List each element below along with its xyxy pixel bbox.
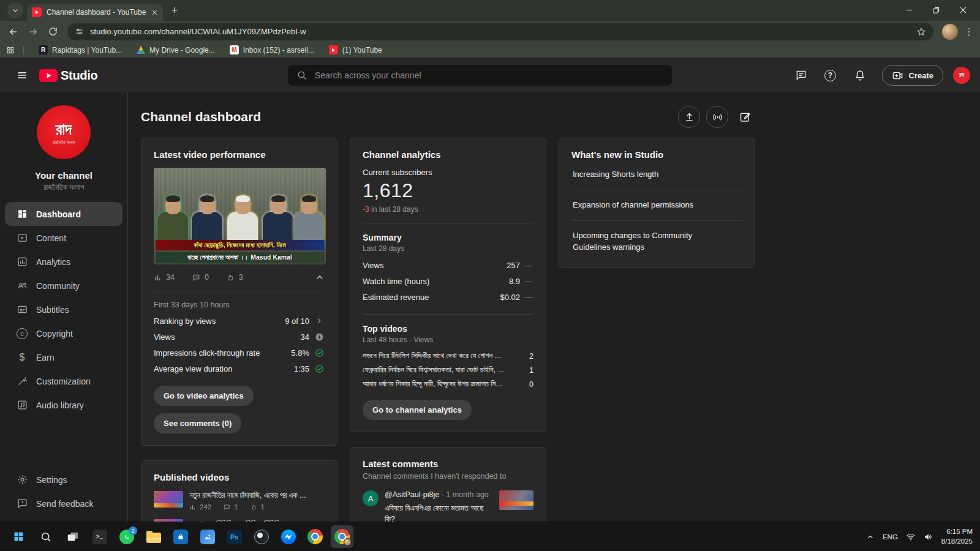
- sidebar-item-copyright[interactable]: c Copyright: [0, 321, 127, 345]
- sidebar-item-subtitles[interactable]: Subtitles: [0, 298, 127, 321]
- address-bar[interactable]: studio.youtube.com/channel/UCWIALuM1JY09…: [67, 23, 933, 40]
- file-explorer-button[interactable]: [142, 525, 165, 548]
- account-avatar[interactable]: রাদ: [953, 67, 970, 84]
- terminal-button[interactable]: >_: [88, 525, 111, 548]
- sidebar-item-community[interactable]: Community: [0, 274, 127, 298]
- create-button[interactable]: Create: [882, 65, 943, 86]
- comment-row[interactable]: A @AsitPaul-pi8je · 1 month ago এবিষয়ে …: [363, 490, 533, 522]
- go-live-button[interactable]: [706, 106, 728, 128]
- comment-video-thumbnail[interactable]: [499, 490, 533, 510]
- delta-value: -3: [363, 205, 369, 214]
- taskbar-search-button[interactable]: [34, 525, 57, 548]
- bookmark-star-icon[interactable]: [916, 27, 926, 37]
- apps-grid-icon[interactable]: [6, 46, 15, 54]
- volume-icon[interactable]: [924, 532, 933, 542]
- see-comments-button[interactable]: See comments (0): [154, 413, 241, 433]
- tray-expand-button[interactable]: [866, 533, 875, 541]
- bookmark-drive[interactable]: My Drive - Google...: [137, 46, 215, 54]
- metric-label: Views: [154, 332, 301, 342]
- microsoft-store-button[interactable]: [169, 525, 192, 548]
- reload-button[interactable]: [44, 23, 61, 40]
- sidebar-item-audio-library[interactable]: Audio library: [0, 393, 127, 417]
- latest-video-thumbnail[interactable]: কাঁদা ছোড়াছুড়ি, নিজেদের মধ্যে হানাহানি…: [154, 168, 326, 264]
- wifi-icon[interactable]: [906, 532, 916, 542]
- bookmark-inbox[interactable]: M Inbox (152) - asrsell...: [230, 45, 314, 54]
- store-icon: [173, 530, 188, 544]
- new-tab-button[interactable]: +: [167, 2, 183, 18]
- earn-icon: $: [16, 351, 28, 364]
- top-video-row[interactable]: ফেব্রুয়ারির নির্বাচন ঘিরে বিশ্বাসঘাতকতা…: [363, 363, 533, 377]
- sidebar-item-label: Settings: [36, 475, 67, 485]
- sidebar-item-earn[interactable]: $ Earn: [0, 345, 127, 369]
- notifications-bell-icon[interactable]: [848, 63, 872, 88]
- task-view-button[interactable]: [61, 525, 84, 548]
- sidebar-item-dashboard[interactable]: Dashboard: [5, 202, 123, 226]
- studio-header: Studio ? Create রাদ: [0, 58, 980, 92]
- minimize-button[interactable]: [895, 0, 922, 20]
- browser-menu-button[interactable]: ⋮: [963, 26, 975, 37]
- go-to-channel-analytics-button[interactable]: Go to channel analytics: [363, 400, 472, 420]
- performance-period: First 33 days 10 hours: [154, 301, 325, 309]
- summary-row-watch-time: Watch time (hours) 8.9 —: [363, 273, 533, 289]
- upload-icon: [684, 111, 695, 123]
- back-button[interactable]: [5, 23, 22, 40]
- tab-search-button[interactable]: [7, 2, 23, 18]
- channel-search-bar[interactable]: [288, 65, 672, 86]
- browser-tab[interactable]: Channel dashboard - YouTube S: [27, 4, 163, 21]
- commenter-handle[interactable]: @AsitPaul-pi8je: [385, 490, 439, 499]
- restore-button[interactable]: [922, 0, 949, 20]
- sidebar-item-send-feedback[interactable]: Send feedback: [0, 492, 127, 515]
- edit-button[interactable]: [734, 105, 755, 129]
- forward-button[interactable]: [24, 23, 42, 40]
- upload-videos-button[interactable]: [678, 106, 700, 128]
- metric-row-ranking[interactable]: Ranking by views 9 of 10: [154, 313, 325, 329]
- sidebar-item-analytics[interactable]: Analytics: [0, 250, 127, 274]
- sidebar-item-customization[interactable]: Customization: [0, 369, 127, 393]
- url-text[interactable]: studio.youtube.com/channel/UCWIALuM1JY09…: [90, 27, 910, 36]
- top-videos-period: Last 48 hours · Views: [363, 335, 533, 344]
- collapse-button[interactable]: [315, 272, 325, 282]
- site-info-icon[interactable]: [75, 27, 84, 36]
- sidebar-item-label: Dashboard: [36, 209, 81, 219]
- browser-profile-avatar[interactable]: [942, 24, 958, 40]
- chrome-profile1-button[interactable]: [304, 525, 326, 548]
- sidebar-item-settings[interactable]: Settings: [0, 468, 127, 492]
- feedback-icon[interactable]: [789, 63, 813, 88]
- menu-hamburger-button[interactable]: [10, 63, 34, 88]
- whats-new-item[interactable]: Upcoming changes to Community Guidelines…: [571, 221, 712, 255]
- bookmark-youtube[interactable]: (1) YouTube: [329, 45, 382, 54]
- top-video-row[interactable]: লন্ডনে গিয়ে টিউলিপ সিদ্দিকীর সাথে দেখা …: [363, 349, 533, 363]
- start-button[interactable]: [7, 525, 30, 548]
- messenger-button[interactable]: [277, 525, 300, 548]
- tab-close-button[interactable]: [151, 9, 158, 16]
- close-window-button[interactable]: [949, 0, 976, 20]
- column-2: Channel analytics Current subscribers 1,…: [350, 138, 546, 522]
- notification-badge: 2: [129, 527, 137, 535]
- photoshop-button[interactable]: Ps: [223, 525, 246, 548]
- taskbar-clock[interactable]: 6:15 PM 8/18/2025: [941, 527, 973, 546]
- channel-avatar[interactable]: রাদ রাজনৈতিক সংলাপ: [37, 105, 91, 159]
- top-video-row[interactable]: আবার ধর্ষণের শিকার হিন্দু নারী, হিন্দুদে…: [363, 377, 533, 391]
- thumbnail-person: [157, 197, 188, 240]
- go-to-video-analytics-button[interactable]: Go to video analytics: [154, 386, 254, 406]
- language-indicator[interactable]: ENG: [883, 533, 898, 541]
- search-input[interactable]: [315, 70, 663, 80]
- obs-button[interactable]: [250, 525, 273, 548]
- channel-avatar-subtext: রাজনৈতিক সংলাপ: [53, 140, 75, 145]
- chrome-profile2-button[interactable]: [331, 525, 353, 548]
- trend-neutral-icon: —: [524, 293, 533, 302]
- help-icon[interactable]: ?: [818, 63, 843, 88]
- whatsapp-button[interactable]: 2: [115, 525, 138, 548]
- sidebar-item-content[interactable]: Content: [0, 226, 127, 250]
- photos-button[interactable]: [196, 525, 219, 548]
- studio-logo[interactable]: Studio: [39, 69, 97, 83]
- published-video-row[interactable]: নতুন রাজনীতির নামে চাঁদাবাজি, একের পর এক…: [154, 491, 325, 511]
- whats-new-item[interactable]: Expansion of channel permissions: [571, 190, 742, 221]
- whats-new-item[interactable]: Increasing Shorts length: [571, 160, 742, 190]
- bookmark-rapidtags[interactable]: R Rapidtags | YouTub...: [39, 45, 122, 54]
- page-header: Channel dashboard: [141, 105, 755, 129]
- commenter-avatar[interactable]: A: [363, 490, 379, 506]
- brand-name: Studio: [61, 69, 97, 83]
- chevron-right-icon: [314, 317, 325, 325]
- card-title: Published videos: [154, 472, 325, 482]
